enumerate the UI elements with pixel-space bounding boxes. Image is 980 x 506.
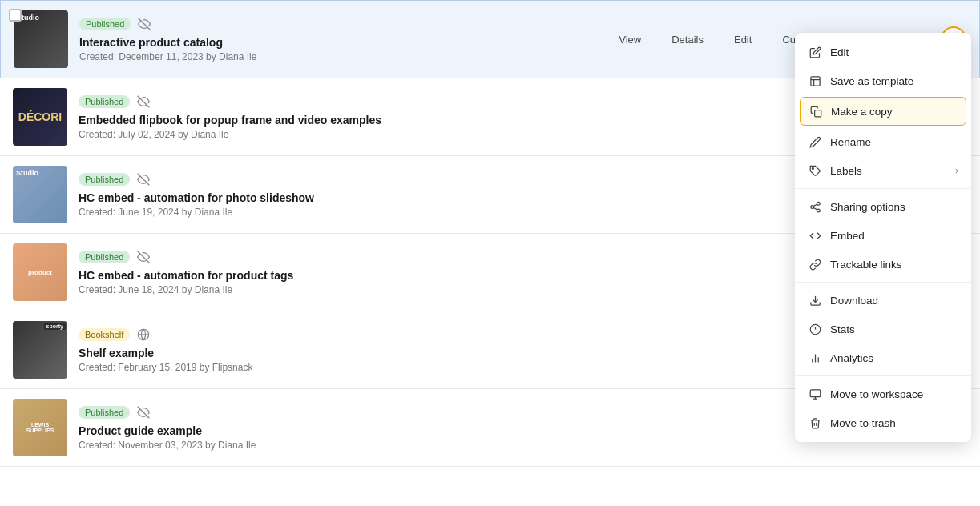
item-badges-1: Published [79, 17, 595, 31]
item-title-1: Interactive product catalog [79, 36, 595, 49]
thumbnail-5: sporty [13, 321, 67, 379]
eye-off-icon-2 [136, 94, 151, 109]
svg-point-7 [810, 205, 813, 208]
details-button[interactable]: Details [659, 29, 716, 50]
thumb-text-2: DÉCORI [15, 107, 65, 127]
edit-button[interactable]: Edit [722, 29, 764, 50]
menu-label-download: Download [830, 295, 878, 307]
stats-icon [808, 322, 822, 336]
globe-icon-5 [136, 327, 151, 342]
divider-3 [795, 375, 971, 376]
eye-off-icon-4 [136, 250, 151, 264]
item-meta-1: Created: December 11, 2023 by Diana Ile [79, 51, 595, 62]
select-checkbox-1[interactable] [9, 9, 22, 22]
menu-item-move-trash[interactable]: Move to trash [795, 408, 971, 437]
badge-published-1: Published [79, 18, 131, 30]
menu-item-stats[interactable]: Stats [795, 315, 971, 343]
menu-label-edit: Edit [830, 46, 849, 58]
menu-label-stats: Stats [830, 323, 855, 335]
menu-label-labels: Labels [830, 165, 862, 177]
menu-item-download[interactable]: Download [795, 286, 971, 315]
eye-off-icon-1 [137, 17, 151, 31]
trash-icon [808, 416, 822, 430]
eye-off-icon-3 [136, 172, 151, 187]
menu-item-trackable[interactable]: Trackable links [795, 250, 971, 279]
menu-item-sharing[interactable]: Sharing options [795, 192, 971, 221]
chevron-right-icon: › [955, 165, 958, 176]
menu-item-make-copy[interactable]: Make a copy [800, 97, 966, 126]
copy-icon [809, 104, 823, 118]
menu-item-save-template[interactable]: Save as template [795, 66, 971, 95]
menu-item-labels[interactable]: Labels › [795, 156, 971, 185]
svg-rect-18 [810, 389, 821, 396]
svg-line-9 [813, 207, 817, 209]
thumbnail-2: DÉCORI [13, 88, 67, 146]
svg-point-8 [817, 209, 820, 212]
thumb-text-1: Studio [14, 10, 68, 26]
embed-icon [808, 228, 822, 243]
badge-published-4: Published [79, 251, 130, 263]
menu-label-save-template: Save as template [830, 75, 913, 87]
menu-item-rename[interactable]: Rename [795, 127, 971, 156]
thumbnail-4: product [13, 243, 67, 301]
view-button[interactable]: View [607, 29, 653, 50]
workspace-icon [808, 387, 822, 401]
svg-rect-1 [810, 76, 819, 85]
rename-icon [808, 135, 822, 149]
svg-point-5 [812, 167, 813, 169]
menu-item-move-workspace[interactable]: Move to workspace [795, 380, 971, 408]
share-icon [808, 199, 822, 214]
menu-label-move-trash: Move to trash [830, 417, 896, 429]
thumbnail-6: LEWISSUPPLIES [13, 399, 67, 456]
menu-item-embed[interactable]: Embed [795, 221, 971, 250]
menu-label-move-workspace: Move to workspace [830, 388, 923, 400]
eye-off-icon-6 [136, 405, 151, 420]
label-icon [808, 163, 822, 178]
catalog-list: Studio Published Interactive product cat… [0, 0, 980, 467]
menu-label-embed: Embed [830, 230, 865, 242]
thumbnail-1: Studio [14, 10, 68, 68]
analytics-icon [808, 351, 822, 365]
badge-bookshelf-5: Bookshelf [79, 328, 130, 341]
item-info-1: Published Interactive product catalog Cr… [79, 17, 595, 62]
template-icon [808, 74, 822, 88]
menu-item-edit[interactable]: Edit [795, 38, 971, 66]
pencil-icon [808, 45, 822, 59]
main-content: Studio Published Interactive product cat… [0, 0, 980, 506]
thumbnail-3: Studio [13, 166, 67, 223]
divider-2 [795, 282, 971, 283]
svg-rect-4 [814, 110, 821, 116]
download-icon [808, 293, 822, 307]
menu-label-trackable: Trackable links [830, 259, 902, 271]
svg-line-10 [813, 204, 817, 206]
badge-published-6: Published [79, 406, 130, 419]
menu-label-rename: Rename [830, 136, 871, 148]
catalog-item-1: Studio Published Interactive product cat… [0, 0, 980, 78]
menu-label-make-copy: Make a copy [831, 106, 893, 118]
context-menu: Edit Save as template Make a copy [795, 33, 971, 442]
menu-label-analytics: Analytics [830, 352, 873, 364]
badge-published-2: Published [79, 95, 130, 108]
thumb-text-3: Studio [13, 166, 67, 181]
svg-point-6 [817, 202, 820, 205]
divider-1 [795, 188, 971, 189]
menu-label-sharing: Sharing options [830, 201, 905, 213]
trackable-icon [808, 257, 822, 271]
badge-published-3: Published [79, 173, 130, 186]
menu-item-analytics[interactable]: Analytics [795, 343, 971, 372]
